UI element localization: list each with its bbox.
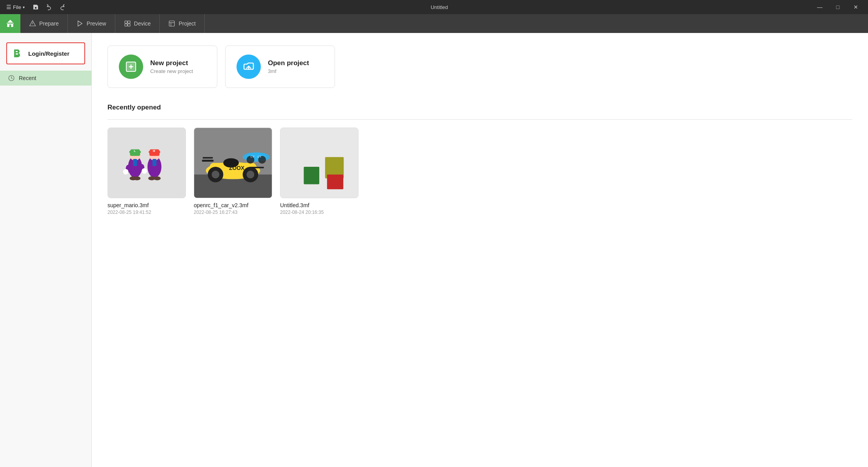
preview-icon (76, 20, 84, 27)
blocks-thumbnail-svg (280, 128, 358, 198)
recent-item-untitled-date: 2022-08-24 20:16:35 (280, 210, 358, 215)
f1-thumbnail-svg: ZOOX CT CT (194, 128, 272, 198)
minimize-button[interactable]: — (811, 0, 829, 14)
section-divider (107, 119, 852, 120)
svg-point-33 (133, 177, 140, 181)
nav-prepare[interactable]: Prepare (20, 14, 68, 33)
window-controls[interactable]: — □ ✕ (811, 0, 865, 14)
open-project-subtitle: 3mf (268, 68, 309, 74)
recent-thumb-blocks (280, 128, 358, 198)
nav-prepare-label: Prepare (39, 20, 59, 27)
recent-item-f1-date: 2022-08-25 16:27:43 (194, 210, 272, 215)
recently-opened-section: Recently opened (107, 104, 852, 215)
nav-device[interactable]: Device (115, 14, 160, 33)
hamburger-icon: ☰ (6, 4, 11, 10)
svg-rect-31 (133, 159, 137, 166)
sidebar-recent-label: Recent (19, 75, 36, 81)
nav-project-label: Project (178, 20, 196, 27)
svg-point-35 (154, 177, 161, 181)
save-icon-btn[interactable] (30, 2, 41, 13)
new-project-title: New project (150, 59, 193, 67)
new-project-icon-circle (119, 55, 143, 79)
svg-text:L: L (134, 149, 136, 153)
svg-rect-8 (169, 21, 175, 26)
recent-icon (8, 75, 15, 82)
window-title: Untitled (68, 4, 811, 10)
open-project-title: Open project (268, 59, 309, 67)
open-project-text: Open project 3mf (268, 59, 309, 74)
svg-text:M: M (153, 150, 155, 152)
undo-icon-btn[interactable] (44, 2, 55, 13)
new-project-icon (125, 60, 137, 73)
login-register-label: Login/Register (28, 50, 69, 57)
recent-item-f1-name: openrc_f1_car_v2.3mf (194, 202, 272, 208)
svg-marker-2 (78, 21, 82, 26)
open-project-card[interactable]: Open project 3mf (225, 46, 335, 88)
svg-rect-13 (16, 53, 18, 55)
home-button[interactable] (0, 14, 20, 33)
toolbar-nav: Prepare Preview Device (20, 14, 205, 33)
bambu-logo-icon (12, 47, 24, 60)
maximize-button[interactable]: □ (829, 0, 847, 14)
nav-preview[interactable]: Preview (68, 14, 115, 33)
file-menu-label: File (13, 4, 21, 10)
login-register-button[interactable]: Login/Register (6, 42, 85, 64)
recent-item-untitled-name: Untitled.3mf (280, 202, 358, 208)
new-project-subtitle: Create new project (150, 68, 193, 74)
svg-rect-48 (203, 157, 213, 159)
open-project-icon-circle (237, 55, 261, 79)
titlebar-menu[interactable]: ☰ File ▾ (3, 3, 28, 11)
hamburger-menu[interactable]: ☰ File ▾ (3, 3, 28, 11)
svg-text:ZOOX: ZOOX (229, 165, 245, 171)
home-icon (5, 18, 15, 29)
project-icon (168, 20, 175, 27)
prepare-icon (29, 20, 36, 27)
svg-point-37 (142, 168, 147, 174)
nav-project[interactable]: Project (160, 14, 205, 33)
svg-point-53 (247, 171, 255, 179)
svg-text:CT: CT (257, 155, 262, 159)
svg-rect-6 (125, 24, 127, 26)
main-layout: Login/Register Recent (0, 33, 868, 467)
svg-rect-64 (327, 175, 344, 190)
svg-rect-61 (280, 128, 358, 198)
svg-rect-12 (16, 51, 18, 52)
open-project-icon (242, 60, 255, 73)
project-cards: New project Create new project Open proj… (107, 46, 852, 88)
svg-marker-3 (78, 21, 82, 26)
svg-text:CT: CT (251, 155, 255, 159)
mario-thumbnail-svg: L M (108, 128, 186, 198)
new-project-card[interactable]: New project Create new project (107, 46, 217, 88)
redo-icon-btn[interactable] (57, 2, 68, 13)
recent-thumb-mario: L M (107, 128, 186, 198)
svg-rect-62 (304, 167, 319, 184)
recently-opened-title: Recently opened (107, 104, 852, 111)
sidebar-item-recent[interactable]: Recent (0, 71, 91, 86)
svg-rect-4 (125, 21, 127, 23)
svg-rect-30 (153, 159, 156, 166)
recent-thumb-f1: ZOOX CT CT (194, 128, 272, 198)
recent-grid: L M super_mario.3mf 2022-08-25 19:41:52 (107, 128, 852, 215)
svg-rect-47 (202, 160, 214, 162)
nav-device-label: Device (134, 20, 151, 27)
svg-rect-19 (108, 128, 186, 198)
svg-rect-5 (127, 21, 130, 23)
chevron-down-icon: ▾ (23, 5, 25, 9)
device-icon (124, 20, 131, 27)
close-button[interactable]: ✕ (847, 0, 865, 14)
new-project-text: New project Create new project (150, 59, 193, 74)
toolbar: Prepare Preview Device (0, 14, 868, 33)
recent-item-untitled[interactable]: Untitled.3mf 2022-08-24 20:16:35 (280, 128, 358, 215)
svg-point-36 (123, 169, 129, 175)
recent-item-mario-date: 2022-08-25 19:41:52 (107, 210, 186, 215)
titlebar: ☰ File ▾ Untitled — □ ✕ (0, 0, 868, 14)
svg-rect-7 (127, 24, 130, 26)
recent-item-mario[interactable]: L M super_mario.3mf 2022-08-25 19:41:52 (107, 128, 186, 215)
recent-item-mario-name: super_mario.3mf (107, 202, 186, 208)
nav-preview-label: Preview (87, 20, 106, 27)
titlebar-actions (30, 2, 68, 13)
content-area: New project Create new project Open proj… (92, 33, 868, 467)
svg-point-51 (212, 171, 220, 179)
recent-item-f1[interactable]: ZOOX CT CT openrc_f1_car_v2.3mf 2022-08-… (194, 128, 272, 215)
sidebar: Login/Register Recent (0, 33, 92, 467)
